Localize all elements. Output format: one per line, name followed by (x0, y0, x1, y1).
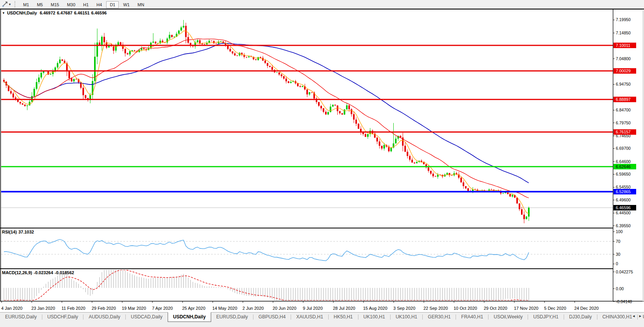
price-level-value: 6.46596 (616, 205, 631, 210)
price-tick-label: 6.84700 (616, 108, 631, 112)
price-tick-label: 6.79750 (616, 120, 631, 125)
price-tick-label: 7.04800 (616, 56, 631, 61)
macd-scale-label: -0.04148 (616, 299, 632, 304)
rsi-value: 37.1032 (18, 230, 34, 234)
date-axis-label: 17 Nov 2020 (514, 306, 538, 311)
tab-scroll-controls: ◄ ► (631, 314, 643, 318)
tab-dj30-daily[interactable]: DJ30,Daily (564, 313, 597, 321)
macd-scale-label: 0.042275 (616, 270, 633, 274)
tab-ger30-h1[interactable]: GER30,H1 (423, 313, 456, 321)
date-axis-label: 29 Oct 2020 (484, 306, 507, 311)
chart-tab-bar: EURUSD,DailyUSDCHF,DailyAUDUSD,DailyUSDC… (0, 312, 644, 327)
price-level-value: 7.10011 (616, 43, 630, 48)
date-axis-label: 3 Sep 2020 (393, 306, 415, 311)
ohlc-low: 6.46151 (74, 11, 90, 15)
tab-audusd-daily[interactable]: AUDUSD,Daily (83, 313, 125, 321)
chart-title: ▼USDCNH,Daily 6.469726.476876.461516.465… (2, 11, 108, 15)
price-level-value: 6.62646 (616, 164, 631, 169)
rsi-scale-label: 70 (616, 239, 620, 244)
date-axis-label: 28 Jul 2020 (333, 306, 355, 311)
rsi-scale-label: 100 (616, 229, 623, 234)
macd-series (4, 270, 529, 300)
candlestick-series (3, 20, 530, 223)
ohlc-close: 6.46596 (91, 11, 107, 15)
date-axis-label: 19 Mar 2020 (122, 306, 146, 311)
date-axis-label: 23 Jan 2020 (31, 306, 55, 311)
date-axis-label: 7 Apr 2020 (152, 306, 173, 311)
price-tick-label: 6.54550 (616, 185, 631, 189)
date-axis-label: 15 Aug 2020 (363, 306, 387, 311)
date-axis-label: 20 Jun 2020 (273, 306, 297, 311)
rsi-line (4, 239, 529, 261)
date-axis-label: 10 Oct 2020 (454, 306, 477, 311)
tab-usdjpy-h1[interactable]: USDJPY,H1 (528, 313, 563, 321)
terminal-window: ▼ M1M5M15M30H1H4D1W1MN 7.199507.148507.0… (0, 0, 644, 327)
price-tick-label: 6.64600 (616, 159, 631, 164)
date-axis-label: 29 Feb 2020 (92, 306, 116, 311)
date-axis-label: 24 Dec 2020 (574, 306, 599, 311)
macd-main-value: -0.023264 (34, 270, 53, 275)
tab-usdchf-daily[interactable]: USDCHF,Daily (42, 313, 83, 321)
price-level-value: 6.76157 (616, 129, 631, 134)
date-axis-label: 2 Jun 2020 (242, 306, 264, 311)
price-tick-label: 6.94750 (616, 82, 631, 86)
date-axis-label: 14 May 2020 (212, 306, 237, 311)
date-axis-label: 11 Feb 2020 (62, 306, 85, 311)
price-tick-label: 7.14850 (616, 31, 631, 35)
tab-usdcad-daily[interactable]: USDCAD,Daily (126, 313, 168, 321)
chart-symbol: USDCNH,Daily (7, 11, 37, 15)
tab-scroll-right-icon[interactable]: ► (638, 314, 643, 318)
date-axis-label: 4 Jan 2020 (1, 306, 22, 311)
price-level-value: 6.88897 (616, 97, 631, 102)
price-tick-label: 6.69700 (616, 146, 631, 151)
rsi-indicator-label: RSI(14)37.1032 (2, 230, 36, 234)
price-tick-label: 7.19950 (616, 17, 631, 22)
tab-scroll-left-icon[interactable]: ◄ (631, 314, 636, 318)
date-axis-label: 22 Sep 2020 (423, 306, 448, 311)
tab-hk50-h1[interactable]: HK50,H1 (329, 313, 358, 321)
macd-scale-label: 0.00 (616, 286, 624, 291)
chart-area[interactable]: 7.199507.148507.048006.947506.847006.797… (0, 0, 644, 327)
price-tick-label: 6.39550 (616, 223, 631, 228)
tab-gbpusd-h4[interactable]: GBPUSD,H4 (253, 313, 291, 321)
price-tick-label: 6.44500 (616, 210, 631, 215)
window-edge (642, 9, 644, 301)
tab-eurusd-daily[interactable]: EURUSD,Daily (211, 313, 253, 321)
macd-indicator-label: MACD(12,26,9)-0.023264-0.018562 (2, 270, 76, 275)
rsi-name: RSI(14) (2, 230, 17, 234)
ohlc-high: 6.47687 (57, 11, 72, 15)
price-tick-label: 6.59650 (616, 172, 631, 176)
tab-usoil-weekly[interactable]: USOil,Weekly (488, 313, 528, 321)
tab-uk100-h1[interactable]: UK100,H1 (391, 313, 422, 321)
ohlc-open: 6.46972 (40, 11, 55, 15)
tab-eurusd-daily[interactable]: EURUSD,Daily (0, 313, 42, 321)
price-level-value: 7.00029 (616, 68, 631, 73)
tab-xauusd-h1[interactable]: XAUUSD,H1 (291, 313, 328, 321)
price-level-value: 6.52865 (616, 189, 631, 194)
rsi-scale-label: 30 (616, 252, 620, 257)
date-axis-label: 9 Jul 2020 (303, 306, 323, 311)
collapse-indicator-icon[interactable]: ▼ (2, 11, 5, 15)
tab-usdcnh-daily[interactable]: USDCNH,Daily (168, 312, 211, 322)
macd-signal-value: -0.018562 (55, 270, 74, 275)
tab-uk100-h1[interactable]: UK100,H1 (358, 313, 390, 321)
chart-tabs: EURUSD,DailyUSDCHF,DailyAUDUSD,DailyUSDC… (0, 313, 644, 322)
price-tick-label: 6.49600 (616, 198, 631, 202)
date-axis-label: 25 Apr 2020 (182, 306, 205, 311)
rsi-scale-label: 0 (616, 261, 618, 266)
macd-name: MACD(12,26,9) (2, 270, 32, 275)
date-axis-label: 5 Dec 2020 (544, 306, 566, 311)
tab-fra40-h1[interactable]: FRA40,H1 (456, 313, 488, 321)
